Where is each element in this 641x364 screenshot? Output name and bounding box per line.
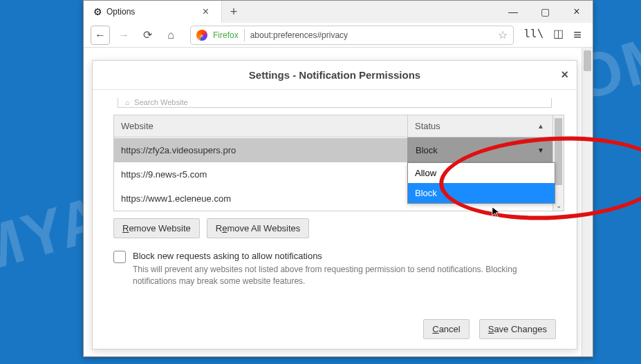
save-changes-button[interactable]: Save Changes xyxy=(479,319,556,339)
home-button[interactable]: ⌂ xyxy=(161,26,180,45)
search-input[interactable]: ⌕ Search Website xyxy=(118,98,552,108)
gear-icon: ⚙ xyxy=(93,6,102,17)
dialog-body: ⌕ Search Website Website Status ▲ xyxy=(93,90,577,312)
website-cell: https://zfy2a.videosupers.pro xyxy=(114,138,407,162)
url-bar: ← → ⟳ ⌂ Firefox about:preferences#privac… xyxy=(84,23,593,48)
title-bar: ⚙ Options × + — ▢ × xyxy=(84,1,593,23)
status-dropdown-menu: Allow Block xyxy=(407,162,555,204)
new-tab-button[interactable]: + xyxy=(222,1,245,23)
column-status[interactable]: Status ▲ xyxy=(407,115,552,137)
remove-buttons-row: Remove Website Remove All Websites xyxy=(113,218,564,238)
notification-permissions-dialog: Settings - Notification Permissions × ⌕ … xyxy=(92,60,577,349)
tab-title: Options xyxy=(106,7,194,17)
block-new-description: This will prevent any websites not liste… xyxy=(133,264,520,287)
tab-close-icon[interactable]: × xyxy=(198,6,213,18)
column-website[interactable]: Website xyxy=(114,115,407,137)
table-scrollbar-thumb[interactable] xyxy=(555,118,562,185)
block-new-checkbox[interactable] xyxy=(113,251,126,263)
minimize-button[interactable]: — xyxy=(497,1,529,23)
sidebar-icon[interactable]: ◫ xyxy=(553,27,564,43)
dialog-title-bar: Settings - Notification Permissions × xyxy=(93,61,577,90)
option-block[interactable]: Block xyxy=(408,183,555,203)
table-row[interactable]: https://zfy2a.videosupers.pro Block ▼ Al… xyxy=(114,137,552,162)
browser-window: ⚙ Options × + — ▢ × ← → ⟳ ⌂ Firefox abou… xyxy=(83,0,593,357)
maximize-button[interactable]: ▢ xyxy=(529,1,561,23)
block-new-row: Block new requests asking to allow notif… xyxy=(113,251,564,287)
remove-all-websites-button[interactable]: Remove All Websites xyxy=(207,218,310,238)
chevron-down-icon: ▼ xyxy=(537,146,544,154)
option-allow[interactable]: Allow xyxy=(408,163,555,183)
separator xyxy=(244,29,245,41)
bookmark-star-icon[interactable]: ☆ xyxy=(498,28,508,41)
toolbar-right: ll\ ◫ ≡ xyxy=(523,27,586,43)
table-header: Website Status ▲ xyxy=(114,115,552,137)
menu-icon[interactable]: ≡ xyxy=(573,27,582,43)
firefox-label: Firefox xyxy=(213,30,239,40)
reload-button[interactable]: ⟳ xyxy=(138,26,157,45)
sort-arrow-icon: ▲ xyxy=(537,122,544,130)
scrollbar-thumb[interactable] xyxy=(584,50,591,71)
back-button[interactable]: ← xyxy=(91,26,110,45)
block-new-label: Block new requests asking to allow notif… xyxy=(133,251,520,261)
page-scrollbar[interactable] xyxy=(582,48,593,356)
block-new-text: Block new requests asking to allow notif… xyxy=(133,251,520,287)
library-icon[interactable]: ll\ xyxy=(523,27,544,43)
dialog-close-button[interactable]: × xyxy=(561,68,568,82)
dialog-title: Settings - Notification Permissions xyxy=(249,69,420,81)
forward-button: → xyxy=(114,26,133,45)
window-controls: — ▢ × xyxy=(497,1,593,23)
status-cell: Block ▼ Allow Block xyxy=(407,137,552,162)
column-status-label: Status xyxy=(415,121,440,131)
permissions-table-wrap: Website Status ▲ https://zfy2a.videosupe… xyxy=(113,115,564,211)
cancel-button[interactable]: Cancel xyxy=(423,319,469,339)
permissions-table: Website Status ▲ https://zfy2a.videosupe… xyxy=(113,115,553,211)
close-window-button[interactable]: × xyxy=(561,1,593,23)
firefox-icon xyxy=(196,30,207,41)
address-bar[interactable]: Firefox about:preferences#privacy ☆ xyxy=(190,26,514,45)
browser-tab[interactable]: ⚙ Options × xyxy=(84,1,222,23)
content-area: Settings - Notification Permissions × ⌕ … xyxy=(84,48,593,356)
status-dropdown[interactable]: Block ▼ xyxy=(407,137,552,162)
url-text: about:preferences#privacy xyxy=(250,30,493,40)
status-value: Block xyxy=(416,145,438,155)
table-body: https://zfy2a.videosupers.pro Block ▼ Al… xyxy=(114,137,552,211)
website-cell: https://9.news-r5.com xyxy=(114,162,407,186)
remove-website-button[interactable]: Remove Website xyxy=(113,218,200,238)
website-cell: https://www1.ecleneue.com xyxy=(114,186,407,211)
dialog-footer: Cancel Save Changes xyxy=(93,312,577,349)
